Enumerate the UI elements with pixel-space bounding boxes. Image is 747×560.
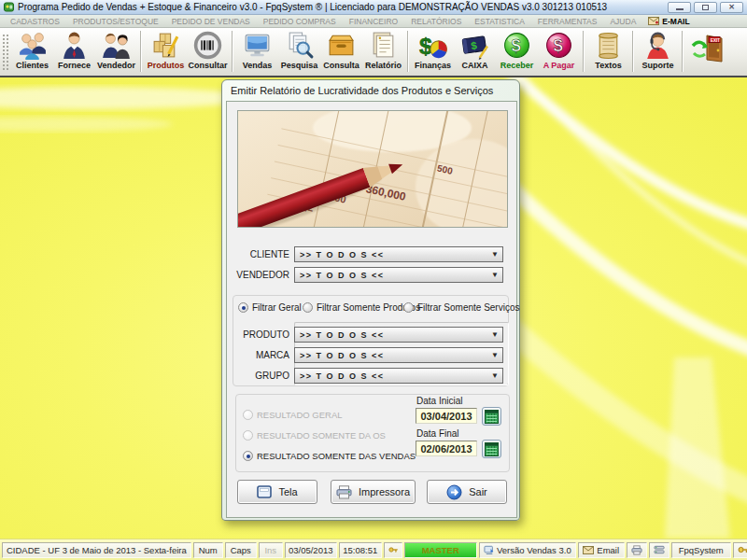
key-icon — [388, 544, 398, 555]
data-inicial-calendar-button[interactable] — [482, 407, 501, 426]
date-label: 03/05/2013 — [289, 545, 333, 555]
radio-dot — [303, 302, 313, 313]
grupo-label: GRUPO — [227, 371, 294, 381]
vendedor-label: VENDEDOR — [227, 270, 294, 280]
toolbar-button-consulta[interactable]: Consulta — [320, 28, 362, 75]
status-time: 15:08:51 — [339, 542, 382, 558]
file-drawer-icon — [326, 30, 357, 61]
sair-button-label: Sair — [469, 486, 487, 497]
clients-icon — [17, 30, 48, 61]
radio-label: Filtrar Geral — [252, 302, 302, 313]
screen-icon — [257, 485, 272, 498]
status-version: Versão Vendas 3.0 — [479, 542, 576, 558]
menu-email[interactable]: E-MAIL — [642, 17, 695, 26]
toolbar-button-exit[interactable]: EXIT — [686, 28, 731, 75]
menu-pedido-compras[interactable]: PEDIDO COMPRAS — [257, 17, 343, 26]
toolbar-button-vendas[interactable]: Vendas — [236, 28, 278, 75]
status-caps-lock: Caps — [225, 542, 257, 558]
radio-label: RESULTADO GERAL — [257, 410, 343, 420]
produto-select[interactable]: >> T O D O S << ▼ — [294, 327, 503, 343]
toolbar-button-vendedor[interactable]: Vendedor — [95, 28, 137, 75]
radio-resultado-geral[interactable]: RESULTADO GERAL — [243, 409, 343, 421]
version-label: Versão Vendas 3.0 — [497, 545, 571, 555]
grupo-row: GRUPO >> T O D O S << ▼ — [227, 368, 503, 384]
maximize-button[interactable] — [694, 2, 717, 13]
impressora-button[interactable]: Impressora — [331, 480, 416, 504]
close-button[interactable]: ✕ — [720, 2, 743, 13]
toolbar-separator — [232, 31, 233, 72]
toolbar-button-label: Receber — [500, 61, 534, 70]
tela-button[interactable]: Tela — [237, 480, 317, 504]
finance-icon: $ — [417, 30, 448, 61]
status-date: 03/05/2013 — [285, 542, 337, 558]
svg-text:EXIT: EXIT — [711, 38, 720, 43]
data-final-field[interactable]: 02/06/2013 — [416, 441, 477, 456]
toolbar-button-caixa[interactable]: $ CAIXA — [454, 28, 496, 75]
marca-label: MARCA — [227, 350, 294, 360]
toolbar-button-suporte[interactable]: Suporte — [637, 28, 679, 75]
vendedor-select[interactable]: >> T O D O S << ▼ — [294, 267, 503, 283]
toolbar-button-fornece[interactable]: Fornece — [53, 28, 95, 75]
main-toolbar: Clientes Fornece Vendedor — [0, 28, 747, 77]
menu-ferramentas[interactable]: FERRAMENTAS — [531, 17, 604, 26]
email-label: Email — [597, 545, 619, 555]
radio-filtrar-geral[interactable]: Filtrar Geral — [238, 301, 302, 314]
grupo-select[interactable]: >> T O D O S << ▼ — [294, 368, 503, 384]
maximize-icon — [702, 5, 709, 10]
status-printer-button[interactable] — [627, 542, 647, 558]
toolbar-separator — [632, 31, 634, 72]
radio-filtrar-somente-servicos[interactable]: Filtrar Somente Serviços — [403, 301, 519, 314]
pencil-spreadsheet-photo: 500 360,000 4,300 86,2 — [238, 111, 507, 227]
menu-ajuda[interactable]: AJUDA — [603, 17, 642, 26]
menu-financeiro[interactable]: FINANCEIRO — [343, 17, 404, 26]
supplier-icon — [59, 30, 90, 61]
status-network-button[interactable] — [649, 542, 669, 558]
radio-resultado-somente-das-vendas[interactable]: RESULTADO SOMENTE DAS VENDAS — [243, 450, 416, 462]
calendar-icon — [485, 410, 499, 424]
marca-select[interactable]: >> T O D O S << ▼ — [294, 347, 503, 363]
data-final-calendar-button[interactable] — [482, 440, 501, 458]
version-icon — [484, 545, 494, 555]
toolbar-button-label: Relatório — [365, 61, 402, 70]
data-inicial-field[interactable]: 03/04/2013 — [416, 408, 477, 424]
menu-pedido-de-vendas[interactable]: PEDIDO DE VENDAS — [165, 17, 257, 26]
dialog-title-bar[interactable]: Emitir Relatório de Lucratividade dos Pr… — [222, 80, 519, 101]
toolbar-button-financas[interactable]: $ Finanças — [412, 28, 454, 75]
status-bar: CIDADE - UF 3 de Maio de 2013 - Sexta-fe… — [0, 539, 747, 560]
toolbar-button-label: Pesquisa — [281, 61, 318, 70]
toolbar-button-consultar[interactable]: Consultar — [187, 28, 229, 75]
status-key-panel-right — [733, 542, 747, 558]
scroll-icon — [593, 30, 624, 61]
cliente-value: >> T O D O S << — [300, 250, 385, 259]
toolbar-button-clientes[interactable]: Clientes — [11, 28, 53, 75]
toolbar-button-produtos[interactable]: Produtos — [145, 28, 187, 75]
toolbar-button-receber[interactable]: $ Receber — [496, 28, 538, 75]
sair-button[interactable]: Sair — [427, 480, 507, 504]
toolbar-button-textos[interactable]: Textos — [587, 28, 629, 75]
cliente-select[interactable]: >> T O D O S << ▼ — [294, 246, 503, 262]
minimize-button[interactable] — [668, 2, 691, 13]
toolbar-button-pesquisa[interactable]: Pesquisa — [278, 28, 320, 75]
menu-relatorios[interactable]: RELATÓRIOS — [404, 17, 468, 26]
toolbar-button-label: Textos — [595, 61, 621, 70]
caps-label: Caps — [231, 545, 251, 555]
support-headset-icon — [642, 30, 673, 61]
status-email-button[interactable]: Email — [578, 542, 625, 558]
cashbook-icon: $ — [459, 30, 490, 61]
cliente-row: CLIENTE >> T O D O S << ▼ — [227, 246, 503, 262]
menu-estatistica[interactable]: ESTATISTICA — [468, 17, 531, 26]
produto-label: PRODUTO — [227, 329, 294, 340]
radio-resultado-somente-da-os[interactable]: RESULTADO SOMENTE DA OS — [243, 429, 386, 441]
receive-money-icon: $ — [501, 30, 532, 61]
toolbar-separator — [140, 31, 142, 72]
toolbar-button-label: Clientes — [16, 61, 49, 70]
window-title: Programa Pedido de Vendas + Estoque & Fi… — [18, 2, 607, 12]
brand-label: FpqSystem — [679, 545, 724, 555]
menu-cadastros[interactable]: CADASTROS — [4, 17, 66, 26]
title-bar: Programa Pedido de Vendas + Estoque & Fi… — [0, 0, 747, 15]
toolbar-button-label: Produtos — [148, 61, 185, 70]
toolbar-button-relatorio[interactable]: Relatório — [362, 28, 404, 75]
toolbar-button-a-pagar[interactable]: $ A Pagar — [538, 28, 580, 75]
status-key-panel — [384, 542, 402, 558]
menu-produtos-estoque[interactable]: PRODUTOS/ESTOQUE — [66, 17, 165, 26]
